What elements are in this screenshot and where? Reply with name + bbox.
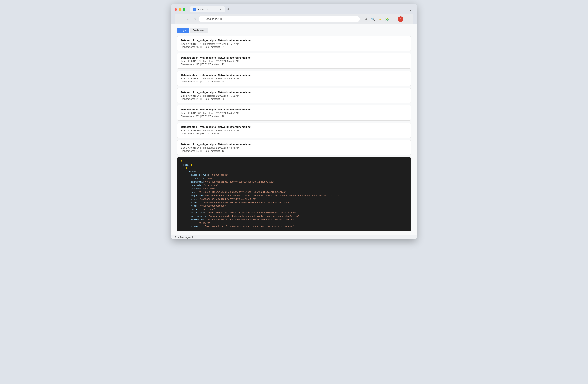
json-line-11: logsBloom: "0x13e95b475a36f0193818670287… (181, 194, 407, 198)
json-line-10: hash: "0xeq60e74419e5c7cfa014c3e0b91a601… (181, 191, 407, 194)
browser-actions: ⬇ 🔍 ★ 🧩 ⊡ F ⋮ (363, 16, 410, 22)
tab-title: React App (198, 8, 209, 11)
status-text: Total Messages: 9 (174, 236, 193, 239)
log-stats-3: Transactions: 129 | ERC20 Transfers: 130 (181, 80, 407, 83)
log-card-2[interactable]: Dataset: block_with_receipts | Network: … (177, 53, 411, 69)
json-line-2: data: [ (181, 163, 407, 167)
tab-bar: R React App ✕ + (190, 6, 231, 12)
extensions-icon: 🧩 (385, 17, 389, 21)
json-line-9: gasUsed: "0xab79c6" (181, 187, 407, 191)
json-line-16: parentHash: "0x8dc3a1f878750d1mfd58774e2… (181, 211, 407, 215)
log-block-5: Block: #19,319,868 | Timestamp: 2/27/202… (181, 112, 407, 115)
search-button[interactable]: 🔍 (370, 16, 376, 22)
log-title-5: Dataset: block_with_receipts | Network: … (181, 108, 407, 111)
log-block-2: Block: #19,319,871 | Timestamp: 2/27/202… (181, 60, 407, 63)
browser-window: R React App ✕ + ⌄ ‹ (171, 4, 417, 240)
json-line-7: extraData: "0x5460974516e20287460974616e… (181, 181, 407, 184)
browser-dropdown-button[interactable]: ⌄ (407, 6, 414, 12)
status-bar: Total Messages: 9 (171, 235, 417, 240)
log-stats-5: Transactions: 201 | ERC20 Transfers: 178 (181, 115, 407, 118)
split-view-icon: ⊡ (393, 17, 395, 21)
browser-menu-button[interactable]: ⋮ (404, 16, 410, 22)
json-line-15: number: "0x126cc3a" (181, 208, 407, 211)
profile-avatar: F (400, 18, 401, 21)
log-title-6: Dataset: block_with_receipts | Network: … (181, 125, 407, 128)
browser-tab-react-app[interactable]: R React App ✕ (190, 6, 225, 12)
address-bar[interactable]: ⓘ localhost:3001 (199, 16, 360, 22)
browser-titlebar: R React App ✕ + ⌄ ‹ (171, 4, 417, 24)
minimize-button[interactable] (179, 8, 181, 11)
new-tab-button[interactable]: + (226, 7, 231, 12)
log-list: Dataset: block_with_receipts | Network: … (177, 36, 411, 155)
split-view-button[interactable]: ⊡ (391, 16, 397, 22)
log-stats-1: Transactions: 213 | ERC20 Transfers: 181 (181, 46, 407, 48)
log-block-1: Block: #19,319,872 | Timestamp: 2/27/202… (181, 43, 407, 45)
star-icon: ★ (379, 17, 381, 21)
log-title-3: Dataset: block_with_receipts | Network: … (181, 74, 407, 77)
download-icon: ⬇ (365, 17, 367, 21)
profile-button[interactable]: F (398, 16, 403, 22)
tab-logs[interactable]: Logs (177, 28, 189, 33)
download-button[interactable]: ⬇ (363, 16, 369, 22)
address-lock-icon: ⓘ (202, 17, 204, 21)
extensions-button[interactable]: 🧩 (384, 16, 390, 22)
json-line-1: { (181, 160, 407, 163)
page-content: Logs Dashboard Dataset: block_with_recei… (171, 24, 417, 235)
menu-icon: ⋮ (405, 17, 409, 21)
json-line-8: gasLimit: "0x1c9c380" (181, 184, 407, 187)
log-card-4[interactable]: Dataset: block_with_receipts | Network: … (177, 88, 411, 103)
log-card-1[interactable]: Dataset: block_with_receipts | Network: … (177, 36, 411, 51)
log-card-3[interactable]: Dataset: block_with_receipts | Network: … (177, 71, 411, 86)
tab-dashboard[interactable]: Dashboard (190, 28, 208, 33)
app-tabs: Logs Dashboard (177, 28, 411, 33)
nav-forward-button[interactable]: › (185, 16, 190, 22)
json-viewer: { data: [ { block: { baseFeePerGas: "0x1… (177, 157, 411, 231)
json-line-14: nonce: "0x0000000000000000" (181, 204, 407, 208)
tab-close-button[interactable]: ✕ (219, 8, 222, 11)
browser-addressbar: ‹ › ↻ ⓘ localhost:3001 ⬇ 🔍 ★ (174, 14, 414, 24)
tab-favicon: R (193, 8, 196, 11)
browser-controls: R React App ✕ + ⌄ (174, 6, 414, 12)
log-stats-4: Transactions: 171 | ERC20 Transfers: 158 (181, 98, 407, 100)
log-block-4: Block: #19,319,869 | Timestamp: 2/27/202… (181, 95, 407, 97)
json-line-19: size: "0x14c27" (181, 222, 407, 225)
log-card-6[interactable]: Dataset: block_with_receipts | Network: … (177, 122, 411, 138)
json-line-6: difficulty: "0x0" (181, 177, 407, 181)
json-line-18: sha3Uncles: "0x1dcc4de8dec7527ab885b0565… (181, 218, 407, 222)
log-stats-6: Transactions: 136 | ERC20 Transfers: 70 (181, 132, 407, 135)
json-line-3: { (181, 167, 407, 170)
log-stats-2: Transactions: 117 | ERC20 Transfers: 112 (181, 63, 407, 66)
log-title-1: Dataset: block_with_receipts | Network: … (181, 39, 407, 42)
log-card-7[interactable]: Dataset: block_with_receipts | Network: … (177, 140, 411, 155)
log-block-7: Block: #19,319,866 | Timestamp: 2/27/202… (181, 146, 407, 149)
json-line-17: receiptsRoot: "0x9d055e6de0b9bc8b3d09511… (181, 215, 407, 218)
json-line-13: mixHash: "0x695e449558825d33332e62a083b4… (181, 201, 407, 204)
log-stats-7: Transactions: 139 | ERC20 Transfers: 112 (181, 150, 407, 152)
nav-reload-button[interactable]: ↻ (192, 16, 197, 22)
log-title-4: Dataset: block_with_receipts | Network: … (181, 91, 407, 94)
json-line-20: stateRoot: "0x720983ab3273cf81064085873d… (181, 225, 407, 228)
log-block-3: Block: #19,319,870 | Timestamp: 2/27/202… (181, 77, 407, 80)
log-card-5[interactable]: Dataset: block_with_receipts | Network: … (177, 105, 411, 121)
nav-back-button[interactable]: ‹ (178, 16, 183, 22)
close-button[interactable] (174, 8, 177, 11)
maximize-button[interactable] (183, 8, 185, 11)
json-line-4: block: { (181, 170, 407, 174)
json-line-5: baseFeePerGas: "0x109f40bdc3" (181, 174, 407, 177)
log-title-7: Dataset: block_with_receipts | Network: … (181, 143, 407, 146)
search-icon: 🔍 (371, 17, 375, 21)
favorite-button[interactable]: ★ (377, 16, 383, 22)
log-block-6: Block: #19,319,867 | Timestamp: 2/27/202… (181, 129, 407, 132)
log-title-2: Dataset: block_with_receipts | Network: … (181, 56, 407, 59)
address-text: localhost:3001 (206, 18, 357, 21)
json-line-12: miner: "0x4830b186fce96470df1e7877bf73ce… (181, 198, 407, 201)
